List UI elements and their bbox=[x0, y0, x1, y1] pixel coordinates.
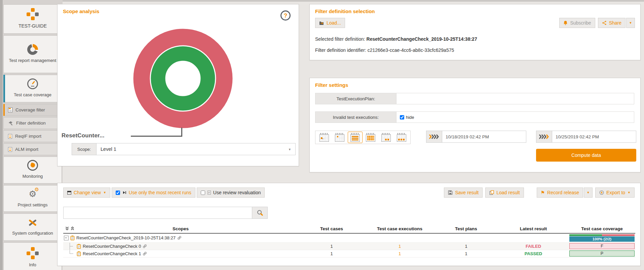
change-view-button[interactable]: Change view ▼ bbox=[63, 188, 110, 198]
link-icon[interactable] bbox=[143, 244, 147, 248]
search-button[interactable] bbox=[252, 207, 268, 219]
test-case-executions-value bbox=[365, 233, 434, 242]
sidebar-item-test-report-management[interactable]: Test report management bbox=[3, 35, 62, 73]
test-case-executions-link[interactable]: 1 bbox=[399, 244, 401, 249]
date-to-input[interactable] bbox=[552, 131, 636, 142]
date-from-input[interactable] bbox=[442, 131, 526, 142]
search-icon bbox=[257, 209, 263, 216]
flag-icon: ⚑ bbox=[541, 190, 545, 195]
scopes-table: Scopes Test cases Test case executions T… bbox=[63, 224, 635, 258]
sidebar-item-reqif-import[interactable]: ReqIF import bbox=[3, 130, 62, 142]
review-revaluation-checkbox[interactable] bbox=[201, 191, 205, 195]
sidebar-item-label: ReqIF import bbox=[15, 134, 41, 139]
scope-donut-chart[interactable] bbox=[132, 28, 233, 129]
play-bar-icon bbox=[122, 191, 126, 195]
test-cases-value: 1 bbox=[298, 242, 365, 250]
sidebar-item-info[interactable]: Info bbox=[3, 242, 62, 270]
calendar-three-days-button[interactable] bbox=[394, 132, 409, 143]
calendar-day-button[interactable] bbox=[332, 132, 347, 143]
filter-definition-button-row: Load... Subscribe Shar bbox=[315, 18, 635, 28]
sidebar-item-alm-import[interactable]: ALM import bbox=[3, 143, 62, 155]
table-row-child[interactable]: ResetCounterChangeCheck 1 1 1 1 PASSED P bbox=[63, 250, 635, 257]
sidebar-item-label: Monitoring bbox=[23, 173, 43, 180]
table-row-child[interactable]: ResetCounterChangeCheck 0 1 1 1 FAILED F bbox=[63, 242, 635, 250]
scope-select-row: Scope: Level 1 ▼ bbox=[72, 143, 296, 155]
column-header-test-plans: Test plans bbox=[434, 224, 498, 233]
expand-all-icon[interactable] bbox=[70, 226, 75, 231]
link-icon[interactable] bbox=[177, 236, 182, 240]
sidebar-item-label: Coverage filter bbox=[15, 107, 45, 112]
search-input[interactable] bbox=[63, 207, 252, 219]
scope-name: ResetCounterChangeCheck_2019-10-25T14:38… bbox=[76, 235, 176, 240]
test-plans-value: 1 bbox=[434, 242, 498, 250]
share-button[interactable]: Share bbox=[598, 18, 626, 28]
hide-checkbox[interactable] bbox=[400, 115, 404, 120]
sidebar-item-monitoring[interactable]: Monitoring bbox=[3, 157, 62, 183]
sidebar-item-label: Test report management bbox=[9, 57, 56, 64]
filter-definition-selection-panel: Filter definition selection Load... Subs… bbox=[309, 4, 641, 60]
logo-label: TEST-GUIDE bbox=[18, 23, 47, 30]
link-icon[interactable] bbox=[143, 251, 147, 256]
document-icon bbox=[8, 134, 12, 139]
save-result-button[interactable]: Save result bbox=[444, 188, 483, 198]
coverage-filter-icon bbox=[8, 107, 12, 112]
hide-checkbox-label: hide bbox=[406, 115, 414, 120]
help-icon[interactable]: ? bbox=[280, 10, 291, 21]
load-result-label: Load result bbox=[496, 190, 520, 195]
recent-runs-toggle[interactable]: Use only the most recent runs bbox=[112, 188, 195, 198]
calendar-two-days-button[interactable] bbox=[379, 132, 393, 143]
invalid-test-executions-label: Invalid test executions: bbox=[315, 112, 396, 123]
sidebar-item-test-case-coverage[interactable]: Test case coverage bbox=[3, 75, 62, 102]
filter-settings-panel: Filter settings TestExecutionPlan: Inval… bbox=[309, 78, 641, 172]
load-result-button[interactable]: Load result bbox=[485, 188, 524, 198]
calendar-week-button[interactable] bbox=[348, 132, 363, 143]
compute-data-button[interactable]: Compute data bbox=[536, 149, 636, 162]
selected-filter-value: ResetCounterChangeCheck_2019-10-25T14:38… bbox=[367, 36, 477, 42]
calendar-range-group: ← bbox=[315, 131, 411, 144]
save-result-label: Save result bbox=[455, 190, 479, 195]
coverage-cell: P bbox=[569, 250, 635, 257]
identifier-label: Filter definition identifier: bbox=[315, 47, 366, 53]
test-execution-plan-input[interactable] bbox=[400, 94, 631, 104]
logo-icon bbox=[27, 247, 39, 259]
sidebar-item-system-configuration[interactable]: System configuration bbox=[3, 213, 62, 241]
sidebar-item-filter-definition[interactable]: Filter definition bbox=[3, 117, 62, 129]
folder-open-icon bbox=[319, 21, 324, 25]
search-row bbox=[63, 207, 268, 219]
latest-result-failed: FAILED bbox=[526, 244, 541, 249]
panel-title: Scope analysis bbox=[63, 8, 99, 14]
share-dropdown-button[interactable]: ▼ bbox=[626, 18, 635, 28]
review-revaluation-toggle[interactable]: P Use review revaluation bbox=[197, 188, 265, 198]
sidebar-item-label: Info bbox=[29, 262, 36, 268]
calendar-back-button[interactable]: ← bbox=[317, 132, 332, 143]
sidebar-logo[interactable]: TEST-GUIDE bbox=[3, 4, 62, 34]
review-document-icon: P bbox=[207, 191, 211, 195]
share-button-label: Share bbox=[609, 20, 621, 26]
test-plans-value: 1 bbox=[434, 250, 498, 257]
load-button[interactable]: Load... bbox=[315, 18, 345, 28]
latest-result-passed: PASSED bbox=[525, 251, 542, 256]
scope-select[interactable]: Level 1 ▼ bbox=[97, 143, 295, 155]
sidebar-item-project-settings[interactable]: ⚙⚙ Project settings bbox=[3, 185, 62, 212]
bell-icon bbox=[563, 21, 568, 25]
results-panel: Change view ▼ Use only the most recent r… bbox=[57, 183, 641, 266]
collapse-node-icon[interactable] bbox=[64, 236, 69, 240]
identifier-value: c21266e3-ccae-4cc6-ab8c-33cfc629a575 bbox=[368, 47, 454, 53]
subscribe-button[interactable]: Subscribe bbox=[559, 18, 595, 28]
chevron-down-icon: ▼ bbox=[103, 191, 106, 194]
recent-runs-checkbox[interactable] bbox=[116, 191, 120, 195]
collapse-all-icon[interactable] bbox=[65, 226, 69, 231]
table-row-parent[interactable]: ResetCounterChangeCheck_2019-10-25T14:38… bbox=[63, 233, 635, 242]
record-release-button[interactable]: ⚑ Record release bbox=[537, 188, 583, 198]
panel-title: Filter definition selection bbox=[315, 8, 375, 14]
chevron-down-icon: ▼ bbox=[629, 21, 632, 25]
record-release-dropdown-button[interactable]: ▼ bbox=[584, 188, 593, 198]
document-icon bbox=[8, 147, 12, 152]
recent-runs-label: Use only the most recent runs bbox=[129, 190, 191, 195]
test-case-executions-link[interactable]: 1 bbox=[399, 251, 401, 256]
calendar-single-day-icon bbox=[335, 134, 344, 142]
export-to-button[interactable]: Export to ▼ bbox=[595, 188, 635, 198]
calendar-month-button[interactable] bbox=[363, 132, 378, 143]
sidebar-item-coverage-filter[interactable]: Coverage filter bbox=[3, 104, 62, 116]
scope-label: Scope: bbox=[72, 143, 97, 155]
